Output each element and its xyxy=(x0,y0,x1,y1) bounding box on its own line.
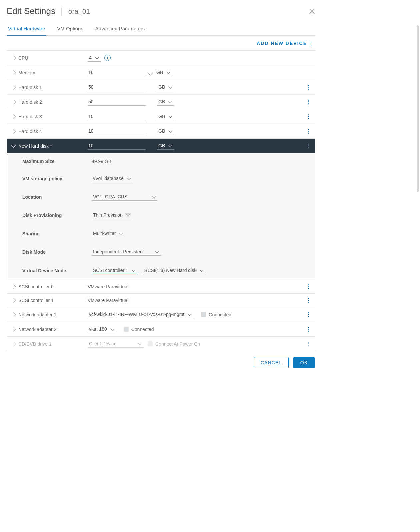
row-new-hard-disk: New Hard disk * GB xyxy=(7,139,315,153)
kebab-menu-icon[interactable] xyxy=(306,143,311,149)
kebab-menu-icon[interactable] xyxy=(306,283,311,290)
kebab-menu-icon[interactable] xyxy=(306,326,311,333)
vm-name: ora_01 xyxy=(68,7,90,15)
chevron-right-icon[interactable] xyxy=(11,55,16,60)
hd2-unit-select[interactable]: GB xyxy=(157,98,174,106)
chevron-right-icon[interactable] xyxy=(11,298,16,303)
row-hard-disk-1: Hard disk 1 GB xyxy=(7,80,315,95)
hd4-size-input[interactable] xyxy=(88,127,146,135)
chevron-right-icon[interactable] xyxy=(11,129,16,133)
new-hd-size-input[interactable] xyxy=(88,142,146,150)
vdn-slot-select[interactable]: SCSI(1:3) New Hard disk xyxy=(143,267,206,274)
row-hard-disk-4: Hard disk 4 GB xyxy=(7,124,315,139)
close-icon[interactable] xyxy=(309,8,315,15)
hd3-unit-select[interactable]: GB xyxy=(157,113,174,120)
dialog-title: Edit Settings xyxy=(7,6,55,16)
row-memory: Memory GB xyxy=(7,65,315,80)
tab-advanced-parameters[interactable]: Advanced Parameters xyxy=(94,24,146,35)
memory-input[interactable] xyxy=(88,69,146,76)
chevron-down-icon[interactable] xyxy=(148,70,153,75)
kebab-menu-icon[interactable] xyxy=(306,297,311,304)
add-new-device-button[interactable]: ADD NEW DEVICE xyxy=(257,41,313,46)
maximum-size-value: 49.99 GB xyxy=(92,159,111,164)
network2-select[interactable]: vlan-180 xyxy=(88,325,116,333)
sharing-select[interactable]: Multi-writer xyxy=(92,230,125,237)
row-hard-disk-3: Hard disk 3 GB xyxy=(7,109,315,124)
chevron-right-icon[interactable] xyxy=(11,341,16,346)
location-select[interactable]: VCF_ORA_CRS xyxy=(92,193,158,201)
connected-checkbox[interactable] xyxy=(201,312,206,317)
hd1-unit-select[interactable]: GB xyxy=(157,83,174,91)
chevron-right-icon[interactable] xyxy=(11,85,16,89)
chevron-right-icon[interactable] xyxy=(11,114,16,119)
row-network-2: Network adapter 2 vlan-180 Connected xyxy=(7,322,315,337)
chevron-right-icon[interactable] xyxy=(11,284,16,289)
connected-checkbox[interactable] xyxy=(124,327,129,332)
connect-power-on-checkbox[interactable] xyxy=(148,341,153,346)
row-network-1: Network adapter 1 vcf-wkld-01-IT-INF-WKL… xyxy=(7,307,315,322)
row-scsi-0: SCSI controller 0 VMware Paravirtual xyxy=(7,280,315,294)
row-hard-disk-2: Hard disk 2 GB xyxy=(7,95,315,109)
kebab-menu-icon[interactable] xyxy=(306,341,311,347)
chevron-right-icon[interactable] xyxy=(11,70,16,75)
disk-provisioning-select[interactable]: Thin Provision xyxy=(92,211,132,219)
chevron-right-icon[interactable] xyxy=(11,312,16,317)
row-cd-dvd: CD/DVD drive 1 Client Device Connect At … xyxy=(7,337,315,351)
ok-button[interactable]: OK xyxy=(293,357,315,368)
row-scsi-1: SCSI controller 1 VMware Paravirtual xyxy=(7,294,315,307)
row-cpu: CPU 4 i xyxy=(7,51,315,65)
cancel-button[interactable]: CANCEL xyxy=(254,357,289,368)
kebab-menu-icon[interactable] xyxy=(306,84,311,91)
chevron-right-icon[interactable] xyxy=(11,99,16,104)
kebab-menu-icon[interactable] xyxy=(306,113,311,120)
hd2-size-input[interactable] xyxy=(88,98,146,106)
hd3-size-input[interactable] xyxy=(88,113,146,120)
memory-unit-select[interactable]: GB xyxy=(155,69,172,76)
hd1-size-input[interactable] xyxy=(88,83,146,91)
chevron-down-icon[interactable] xyxy=(11,143,16,147)
chevron-right-icon[interactable] xyxy=(11,327,16,331)
tab-virtual-hardware[interactable]: Virtual Hardware xyxy=(7,24,46,36)
cpu-select[interactable]: 4 xyxy=(88,54,101,62)
info-icon[interactable]: i xyxy=(104,55,111,61)
kebab-menu-icon[interactable] xyxy=(306,128,311,135)
kebab-menu-icon[interactable] xyxy=(306,311,311,318)
storage-policy-select[interactable]: vVol_database xyxy=(92,175,133,182)
network1-select[interactable]: vcf-wkld-01-IT-INF-WKLD-01-vds-01-pg-mgm… xyxy=(88,311,194,318)
disk-mode-select[interactable]: Independent - Persistent xyxy=(92,248,161,256)
kebab-menu-icon[interactable] xyxy=(306,99,311,105)
hd4-unit-select[interactable]: GB xyxy=(157,127,174,135)
tab-vm-options[interactable]: VM Options xyxy=(56,24,84,35)
vdn-controller-select[interactable]: SCSI controller 1 xyxy=(92,267,138,274)
new-hd-unit-select[interactable]: GB xyxy=(157,142,174,150)
cd-device-select[interactable]: Client Device xyxy=(88,340,144,348)
new-hard-disk-properties: Maximum Size 49.99 GB VM storage policy … xyxy=(7,153,315,280)
